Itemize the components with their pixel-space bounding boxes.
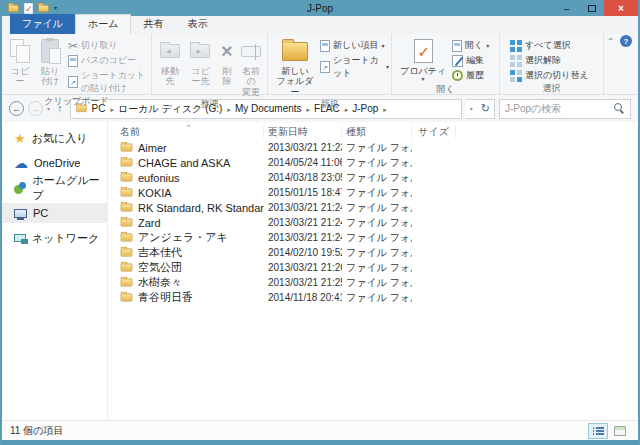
file-type: ファイル フォルダー bbox=[342, 291, 412, 305]
cloud-icon: ☁ bbox=[14, 156, 28, 170]
table-row[interactable]: Aimer 2013/03/21 21:23 ファイル フォルダー bbox=[108, 140, 638, 155]
sidebar-item-pc[interactable]: PC bbox=[2, 203, 107, 223]
folder-icon bbox=[121, 158, 133, 166]
ribbon-group-clipboard: コピー 貼り付け ✂ 切り取り パスのコピー bbox=[2, 34, 152, 94]
table-row[interactable]: Zard 2013/03/21 21:24 ファイル フォルダー bbox=[108, 215, 638, 230]
ribbon: コピー 貼り付け ✂ 切り取り パスのコピー bbox=[2, 34, 638, 95]
minimize-button[interactable]: – bbox=[554, 0, 579, 16]
sidebar-item-onedrive[interactable]: ☁ OneDrive bbox=[2, 153, 107, 173]
move-to-button[interactable]: ◂ 移動先 bbox=[156, 37, 184, 88]
table-row[interactable]: 空気公団 2013/03/21 21:26 ファイル フォルダー bbox=[108, 260, 638, 275]
table-row[interactable]: CHAGE and ASKA 2014/05/24 11:06 ファイル フォル… bbox=[108, 155, 638, 170]
new-group-label: 新規 bbox=[268, 98, 391, 113]
qat-customize-chevron-icon[interactable]: ▾ bbox=[54, 5, 57, 11]
help-icon[interactable]: ? bbox=[620, 35, 632, 47]
file-type: ファイル フォルダー bbox=[342, 156, 412, 170]
select-all-icon bbox=[510, 40, 522, 52]
sidebar-item-network[interactable]: ネットワーク bbox=[2, 228, 107, 248]
refresh-icon[interactable]: ↻ bbox=[477, 103, 494, 114]
file-name: 空気公団 bbox=[138, 260, 182, 275]
open-button[interactable]: 開く ▾ bbox=[452, 39, 489, 52]
address-folder-icon bbox=[76, 105, 86, 112]
sidebar-item-homegroup[interactable]: ホームグループ bbox=[2, 178, 107, 198]
select-group-label: 選択 bbox=[500, 82, 603, 97]
file-type: ファイル フォルダー bbox=[342, 141, 412, 155]
details-view-icon bbox=[593, 426, 604, 435]
table-row[interactable]: eufonius 2014/03/18 23:05 ファイル フォルダー bbox=[108, 170, 638, 185]
new-item-button[interactable]: 新しい項目 ▾ bbox=[320, 39, 389, 52]
folder-icon bbox=[121, 293, 133, 301]
ribbon-group-select: すべて選択 選択解除 選択の切り替え 選択 bbox=[500, 34, 604, 94]
folder-icon bbox=[121, 143, 133, 151]
table-row[interactable]: 水樹奈々 2013/03/21 21:25 ファイル フォルダー bbox=[108, 275, 638, 290]
folder-icon bbox=[121, 263, 133, 271]
cut-button[interactable]: ✂ 切り取り bbox=[68, 39, 149, 52]
folder-icon bbox=[121, 188, 133, 196]
rename-button[interactable]: 名前の 変更 bbox=[237, 37, 265, 98]
shortcut-chevron-icon: ▾ bbox=[386, 64, 389, 70]
file-name: アンジェラ・アキ bbox=[138, 230, 228, 245]
address-dropdown-icon[interactable]: ▾ bbox=[466, 106, 477, 112]
paste-button[interactable]: 貼り付け bbox=[34, 37, 66, 88]
invert-selection-button[interactable]: 選択の切り替え bbox=[510, 69, 589, 82]
copy-to-button[interactable]: ▸ コピー先 bbox=[184, 37, 217, 88]
search-input[interactable]: J-Popの検索 bbox=[499, 99, 631, 119]
item-count: 11 個の項目 bbox=[10, 424, 63, 438]
tab-view[interactable]: 表示 bbox=[175, 15, 219, 34]
move-to-icon: ◂ bbox=[160, 44, 180, 58]
tab-home[interactable]: ホーム bbox=[75, 14, 131, 34]
edit-icon bbox=[452, 55, 463, 67]
properties-chevron-icon: ▾ bbox=[422, 76, 425, 82]
window-folder-icon bbox=[8, 4, 19, 12]
thumbnail-view-icon bbox=[614, 426, 626, 436]
close-button[interactable]: × bbox=[604, 0, 638, 16]
minimize-ribbon-icon[interactable]: ⌃ bbox=[607, 37, 614, 46]
file-type: ファイル フォルダー bbox=[342, 216, 412, 230]
table-row[interactable]: 青谷明日香 2014/11/18 20:41 ファイル フォルダー bbox=[108, 290, 638, 305]
select-none-button[interactable]: 選択解除 bbox=[510, 54, 589, 67]
select-all-button[interactable]: すべて選択 bbox=[510, 39, 589, 52]
file-name: 青谷明日香 bbox=[138, 290, 193, 305]
history-button[interactable]: 履歴 bbox=[452, 69, 489, 82]
copy-path-button[interactable]: パスのコピー bbox=[68, 54, 149, 67]
explorer-window: ▾ J-Pop – × ファイル ホーム 共有 表示 コピー 貼り付け bbox=[0, 0, 640, 445]
edit-button[interactable]: 編集 bbox=[452, 54, 489, 67]
sidebar-item-favorites[interactable]: ★ お気に入り bbox=[2, 128, 107, 148]
column-header-type[interactable]: 種類 bbox=[342, 126, 412, 138]
file-date: 2014/11/18 20:41 bbox=[264, 292, 342, 303]
table-row[interactable]: RK Standard, RK Standard feat.KOK... 201… bbox=[108, 200, 638, 215]
new-folder-icon bbox=[282, 42, 308, 61]
folder-icon bbox=[121, 278, 133, 286]
folder-icon bbox=[121, 218, 133, 226]
column-header-date[interactable]: 更新日時 bbox=[264, 126, 342, 138]
column-header-name[interactable]: ⌃ 名前 bbox=[108, 126, 264, 138]
qat-properties-icon[interactable] bbox=[24, 3, 33, 14]
paste-icon bbox=[41, 39, 59, 63]
copy-button[interactable]: コピー bbox=[6, 37, 34, 88]
qat-new-folder-icon[interactable] bbox=[38, 4, 49, 12]
table-row[interactable]: KOKIA 2015/01/15 18:47 ファイル フォルダー bbox=[108, 185, 638, 200]
pc-icon bbox=[14, 209, 27, 218]
star-icon: ★ bbox=[14, 132, 26, 145]
table-row[interactable]: 吉本佳代 2014/02/10 19:52 ファイル フォルダー bbox=[108, 245, 638, 260]
network-icon bbox=[14, 234, 26, 242]
new-folder-button[interactable]: 新しい フォルダー bbox=[272, 37, 318, 98]
table-row[interactable]: アンジェラ・アキ 2013/03/21 21:24 ファイル フォルダー bbox=[108, 230, 638, 245]
tab-share[interactable]: 共有 bbox=[131, 15, 175, 34]
details-view-button[interactable] bbox=[588, 423, 608, 439]
shortcut-button[interactable]: ショートカット ▾ bbox=[320, 54, 389, 80]
search-icon[interactable] bbox=[614, 103, 625, 114]
new-item-icon bbox=[320, 40, 330, 52]
thumbnail-view-button[interactable] bbox=[610, 423, 630, 439]
properties-button[interactable]: プロパティ ▾ bbox=[396, 37, 450, 83]
tab-file[interactable]: ファイル bbox=[10, 14, 75, 34]
column-header-size[interactable]: サイズ bbox=[412, 126, 456, 138]
open-icon bbox=[452, 40, 462, 52]
maximize-button[interactable] bbox=[579, 0, 604, 16]
file-date: 2013/03/21 21:25 bbox=[264, 277, 342, 288]
paste-shortcut-button[interactable]: ショートカットの貼り付け bbox=[68, 69, 149, 95]
file-type: ファイル フォルダー bbox=[342, 261, 412, 275]
delete-button[interactable]: × 削除 bbox=[217, 37, 237, 88]
folder-icon bbox=[121, 233, 133, 241]
file-list: ⌃ 名前 更新日時 種類 サイズ Aimer 2013/03/21 21:23 … bbox=[108, 122, 638, 420]
